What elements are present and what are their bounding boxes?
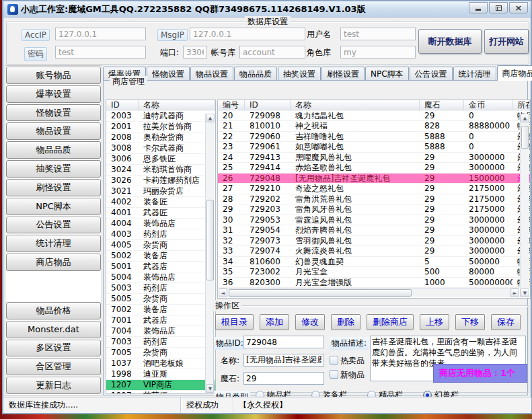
table-row[interactable]: 34810600幻兽灵魂血契5500000物品 bbox=[218, 257, 530, 268]
items-table-vscrollbar[interactable]: ▲ ▼ bbox=[520, 114, 529, 297]
sidebar-item[interactable]: 商店物品 bbox=[6, 254, 101, 271]
table-row[interactable]: 28729202雷角洪荒兽礼包292175000幻兽 bbox=[218, 194, 530, 205]
scroll-up-icon[interactable]: ▲ bbox=[521, 114, 529, 122]
table-row[interactable]: 31729054烈焰奔腾兽礼包293000000幻兽 bbox=[218, 225, 530, 236]
table-row[interactable]: 7002装备店 bbox=[106, 305, 215, 315]
table-row[interactable]: 23729061如意嘟嘟礼包58880幻兽 bbox=[218, 142, 530, 153]
sidebar-item[interactable]: 物品价格 bbox=[6, 302, 101, 319]
msgip-input[interactable] bbox=[190, 28, 305, 40]
sidebar-item[interactable]: 怪物设置 bbox=[6, 104, 101, 122]
scroll-thumb[interactable] bbox=[229, 289, 412, 297]
column-header[interactable]: 名称 bbox=[291, 100, 420, 110]
table-row[interactable]: 3021玛丽杂货店 bbox=[106, 186, 215, 197]
title-bar[interactable]: 小志工作室:魔域GM工具QQ.272235882 QQ群73498675.114… bbox=[3, 1, 531, 17]
column-header[interactable]: ID bbox=[245, 100, 291, 110]
table-row[interactable]: 29729203雷角风牙兽礼包292175000幻兽 bbox=[218, 204, 530, 215]
column-header[interactable]: 魔石 bbox=[420, 100, 464, 110]
item-name-input[interactable] bbox=[243, 354, 324, 367]
tab-item[interactable]: 怪物设置 bbox=[147, 67, 190, 81]
table-row[interactable]: 3024米勒琪首饰商 bbox=[106, 165, 215, 176]
column-header[interactable]: ID bbox=[106, 100, 139, 110]
op-button[interactable]: 添加 bbox=[260, 314, 289, 330]
sidebar-item[interactable]: 公告设置 bbox=[6, 217, 101, 234]
sidebar-item[interactable]: 合区管理 bbox=[6, 358, 101, 375]
items-table-hscrollbar[interactable]: ◄ ► bbox=[219, 288, 519, 297]
close-button[interactable]: × bbox=[509, 2, 528, 13]
op-button[interactable]: 根目录 bbox=[215, 314, 254, 330]
table-row[interactable]: 1207VIP商店 bbox=[106, 380, 215, 391]
accip-input[interactable] bbox=[55, 28, 146, 40]
table-row[interactable]: 4001武器匠 bbox=[106, 208, 215, 219]
table-row[interactable]: 2001拉美尔首饰商 bbox=[106, 122, 215, 132]
new-item-checkbox[interactable] bbox=[330, 370, 338, 379]
op-button[interactable]: 删除商店 bbox=[367, 314, 414, 330]
table-row[interactable]: 1998迪亚斯 bbox=[106, 369, 215, 380]
sidebar-item[interactable]: 爆率设置 bbox=[6, 85, 101, 103]
tab-item[interactable]: 抽奖设置 bbox=[278, 67, 321, 81]
table-row[interactable]: 4003药剂店 bbox=[106, 229, 215, 240]
minimize-button[interactable] bbox=[469, 2, 488, 13]
hot-item-checkbox[interactable] bbox=[330, 356, 338, 365]
op-button[interactable]: 保存 bbox=[491, 314, 521, 330]
table-row[interactable]: 7005杂货商 bbox=[106, 348, 215, 358]
column-header[interactable]: 编号 bbox=[218, 100, 245, 110]
column-header[interactable]: 名称 bbox=[139, 100, 215, 110]
sidebar-item[interactable]: 统计清理 bbox=[6, 235, 101, 252]
open-website-button[interactable]: 打开网站 bbox=[484, 29, 529, 54]
tab-item[interactable]: 刷怪设置 bbox=[321, 67, 365, 81]
item-id-input[interactable] bbox=[243, 336, 324, 348]
table-row[interactable]: 25729414赤焰圣歌兽礼包293000000幻兽 bbox=[218, 163, 530, 174]
table-row[interactable]: 24729413黑曜魔风兽礼包293000000幻兽 bbox=[218, 153, 530, 163]
sidebar-item[interactable]: 物品设置 bbox=[6, 122, 101, 140]
tab-item[interactable]: 公告设置 bbox=[410, 67, 453, 81]
tab-active[interactable]: 商店物品 bbox=[497, 65, 532, 81]
table-row[interactable]: 5005杂货商 bbox=[106, 294, 215, 305]
table-row[interactable]: 3008卡尔武器商 bbox=[106, 143, 215, 154]
table-row[interactable]: 4005杂货商 bbox=[106, 240, 215, 251]
sidebar-item[interactable]: 多区设置 bbox=[6, 340, 101, 357]
table-row[interactable]: 5004装饰品店 bbox=[106, 272, 215, 283]
table-row[interactable]: 21810010神之祝福82888880000物品 bbox=[218, 121, 530, 132]
scroll-thumb[interactable] bbox=[206, 200, 214, 280]
scroll-up-icon[interactable]: ▲ bbox=[206, 114, 215, 122]
tab-item[interactable]: NPC脚本 bbox=[365, 67, 409, 81]
op-button[interactable]: 修改 bbox=[295, 314, 325, 330]
password-input[interactable] bbox=[55, 46, 146, 59]
table-row[interactable]: 5003药剂店 bbox=[106, 283, 215, 294]
table-row[interactable]: 32729073雪羽御风兽礼包293000000幻兽 bbox=[218, 236, 530, 247]
stone-input[interactable] bbox=[243, 372, 324, 385]
scroll-thumb[interactable] bbox=[521, 126, 529, 149]
sidebar-item[interactable]: 刷怪设置 bbox=[6, 179, 101, 196]
table-row[interactable]: 3026卡莉莲娜药剂店 bbox=[106, 176, 215, 186]
sidebar-item[interactable]: 更新日志 bbox=[6, 377, 101, 394]
sidebar-item[interactable]: 账号物品 bbox=[6, 67, 101, 84]
username-input[interactable] bbox=[340, 28, 416, 40]
table-row[interactable]: 27729210奇迹之怒礼包292175000幻兽 bbox=[218, 184, 530, 194]
column-header[interactable]: 金币 bbox=[464, 100, 512, 110]
table-row[interactable]: 7004装饰品店 bbox=[106, 326, 215, 337]
tab-item[interactable]: 物品品质 bbox=[234, 67, 277, 81]
role-db-input[interactable] bbox=[340, 46, 416, 59]
scroll-down-icon[interactable]: ▼ bbox=[521, 289, 529, 297]
table-row[interactable]: 20729098魂力结晶礼包290物品 bbox=[218, 111, 530, 122]
column-header[interactable]: 所在 bbox=[512, 100, 530, 110]
table-row[interactable]: 1037酒吧老板娘 bbox=[106, 358, 215, 369]
table-row[interactable]: 36820300月光宝盒增强版1000500000000物品 bbox=[218, 278, 530, 289]
table-row[interactable]: 2003迪特武器商 bbox=[106, 111, 215, 122]
scroll-right-icon[interactable]: ► bbox=[510, 289, 519, 297]
table-row[interactable]: 26729048[无用物品]吉祥圣诞鹿礼包291500000幻兽 bbox=[218, 174, 530, 184]
table-row[interactable]: 5001武器店 bbox=[106, 262, 215, 272]
op-button[interactable]: 上移 bbox=[420, 314, 449, 330]
sidebar-item[interactable]: 物品品质 bbox=[6, 141, 101, 159]
table-row[interactable]: 33729074火舞流炎兽礼包293000000幻兽 bbox=[218, 246, 530, 257]
table-row[interactable]: 3006恩多铁匠 bbox=[106, 154, 215, 165]
table-row[interactable]: 4004装饰品店 bbox=[106, 219, 215, 229]
op-button[interactable]: 删除 bbox=[331, 314, 360, 330]
maximize-button[interactable] bbox=[489, 2, 508, 13]
account-db-input[interactable] bbox=[239, 46, 305, 59]
table-row[interactable]: 7001武器店 bbox=[106, 315, 215, 326]
table-row[interactable]: 30729053雷霆追风兽礼包293000000幻兽 bbox=[218, 215, 530, 226]
sidebar-item[interactable]: NPC脚本 bbox=[6, 198, 101, 215]
table-row[interactable]: 5002装备店 bbox=[106, 251, 215, 262]
tab-item[interactable]: 统计清理 bbox=[453, 67, 496, 81]
